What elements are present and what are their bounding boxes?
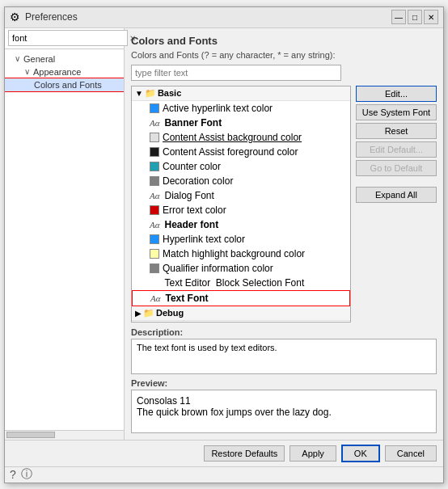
item-label: Qualifier information color [163,263,273,274]
description-box: The text font is used by text editors. [131,339,437,374]
sidebar-item-general[interactable]: ∨ General [5,53,124,65]
tree-item-hyperlink-color[interactable]: Hyperlink text color [132,232,350,247]
tree-item-dialog-font[interactable]: Aα Dialog Font [132,188,350,203]
cancel-button[interactable]: Cancel [385,445,437,462]
use-system-font-button[interactable]: Use System Font [356,104,437,120]
item-label: Decoration color [163,175,233,187]
ad-font-icon: Aα [150,118,160,128]
status-bar: ? ⓘ [5,466,443,483]
color-swatch [150,176,159,186]
preview-label: Preview: [131,378,437,388]
color-swatch [150,234,159,244]
tree-item-text-font[interactable]: Aα Text Font [132,290,350,306]
minimize-button[interactable]: — [391,10,406,24]
edit-default-button[interactable]: Edit Default... [356,141,437,158]
ad-font-icon: Aα [150,220,160,230]
section-folder-icon: 📁 [145,88,156,99]
close-button[interactable]: ✕ [424,10,438,24]
content-area: ▼ 📁 Basic Active hyperlink text color Aα… [131,86,437,322]
tree-item-active-hyperlink[interactable]: Active hyperlink text color [132,101,350,116]
item-label: Banner Font [165,117,222,129]
color-swatch [150,249,159,259]
section-header-debug[interactable]: ▶ 📁 Debug [132,306,350,321]
tree-item-content-assist-bg[interactable]: Content Assist background color [132,130,350,145]
panel-desc: Colors and Fonts (? = any character, * =… [131,50,437,60]
item-label: Match highlight background color [163,248,305,259]
item-label: Counter color [163,161,221,172]
description-label: Description: [131,327,437,337]
help-icon[interactable]: ? [10,468,16,481]
sidebar-item-label: Appearance [33,67,81,77]
color-swatch [150,162,159,171]
buttons-column: Edit... Use System Font Reset Edit Defau… [356,86,437,322]
color-swatch [150,133,159,142]
sidebar-item-appearance[interactable]: ∨ Appearance [5,65,124,78]
item-label: Error text color [163,204,226,216]
preview-box: Consolas 11 The quick brown fox jumps ov… [131,390,437,433]
footer: Restore Defaults Apply OK Cancel [5,440,443,466]
edit-button[interactable]: Edit... [356,86,437,102]
title-bar: ⚙ Preferences — □ ✕ [5,7,443,28]
expand-arrow: ∨ [24,67,30,76]
tree-item-banner-font[interactable]: Aα Banner Font [132,116,350,130]
color-swatch [150,205,159,215]
ad-font-icon: Aα [150,191,160,200]
tree-item-error-color[interactable]: Error text color [132,203,350,217]
search-bar: ✕ [5,28,124,49]
item-label: Header font [165,219,219,230]
right-panel: Colors and Fonts Colors and Fonts (? = a… [125,28,443,440]
item-label: Content Assist foreground color [163,146,298,158]
item-label: Text Editor Block Selection Font [165,277,305,289]
scroll-thumb[interactable] [6,432,55,438]
search-input[interactable] [8,30,128,46]
reset-button[interactable]: Reset [356,123,437,139]
item-label: Hyperlink text color [163,234,245,245]
go-to-default-button[interactable]: Go to Default [356,160,437,176]
expand-arrow: ∨ [15,54,20,63]
title-buttons: — □ ✕ [391,10,438,24]
item-label: Dialog Font [165,190,214,201]
tree-item-match-highlight[interactable]: Match highlight background color [132,247,350,261]
apply-button[interactable]: Apply [290,445,336,462]
tree-item-header-font[interactable]: Aα Header font [132,217,350,232]
panel-title: Colors and Fonts [131,35,437,47]
window-icon: ⚙ [10,11,20,23]
title-bar-left: ⚙ Preferences [10,11,78,23]
nav-tree: ∨ General ∨ Appearance Colors and Fonts [5,49,124,430]
ok-button[interactable]: OK [341,445,380,462]
section-arrow-icon: ▼ [135,89,143,98]
sidebar-horizontal-scrollbar[interactable] [5,430,124,440]
preferences-window: ⚙ Preferences — □ ✕ ✕ ∨ General ∨ Ap [4,6,444,483]
ad-font-icon: Aα [150,293,161,303]
color-swatch [150,263,159,273]
info-icon[interactable]: ⓘ [21,467,32,482]
section-title: Debug [156,308,184,318]
restore-defaults-button[interactable]: Restore Defaults [204,445,285,462]
filter-input[interactable] [131,65,341,81]
tree-item-text-editor-block[interactable]: Aα Text Editor Block Selection Font [132,276,350,290]
tree-list-container[interactable]: ▼ 📁 Basic Active hyperlink text color Aα… [131,86,351,322]
tree-item-decoration-color[interactable]: Decoration color [132,174,350,188]
color-swatch [150,103,159,113]
bottom-section: Description: The text font is used by te… [131,327,437,433]
sidebar-item-colors-fonts[interactable]: Colors and Fonts [5,78,124,91]
sidebar-item-label: Colors and Fonts [34,80,102,90]
tree-item-qualifier-color[interactable]: Qualifier information color [132,261,350,276]
window-title: Preferences [25,11,78,23]
sidebar: ✕ ∨ General ∨ Appearance Colors and Font… [5,28,125,440]
maximize-button[interactable]: □ [408,10,422,24]
expand-all-button[interactable]: Expand All [356,187,437,203]
tree-item-content-assist-fg[interactable]: Content Assist foreground color [132,145,350,159]
color-swatch [150,147,159,157]
preview-text: Consolas 11 The quick brown fox jumps ov… [137,395,332,418]
section-header-basic[interactable]: ▼ 📁 Basic [132,86,350,101]
item-label: Active hyperlink text color [163,103,273,114]
filter-row [131,65,437,81]
section-arrow-icon: ▶ [135,309,142,318]
tree-item-counter-color[interactable]: Counter color [132,159,350,174]
section-title: Basic [158,88,181,98]
sidebar-item-label: General [23,54,55,64]
item-label: Text Font [166,293,209,304]
item-label: Content Assist background color [163,132,302,143]
main-content: ✕ ∨ General ∨ Appearance Colors and Font… [5,28,443,440]
